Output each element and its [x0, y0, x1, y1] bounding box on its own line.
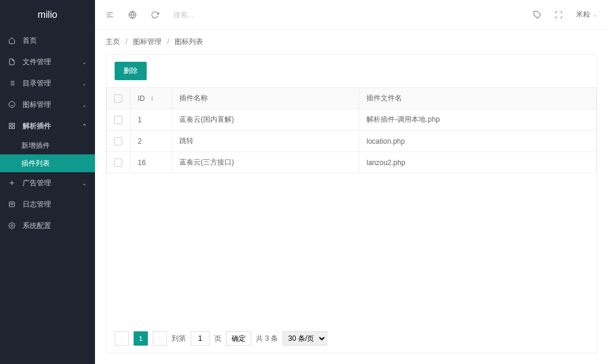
- sidebar-item-label: 解析插件: [23, 121, 82, 131]
- cell-name: 蓝奏云(国内直解): [172, 109, 359, 131]
- user-name-label: 米粒: [576, 10, 590, 20]
- breadcrumb-sep: /: [167, 37, 169, 46]
- home-icon: [8, 37, 17, 44]
- sidebar-item-label: 首页: [23, 36, 87, 46]
- sidebar-item-plugin[interactable]: 解析插件 ⌃: [0, 115, 95, 137]
- cell-file: lanzou2.php: [359, 152, 597, 173]
- chevron-down-icon: ⌄: [82, 102, 87, 108]
- col-file: 插件文件名: [359, 88, 597, 109]
- sidebar-item-icon-mgmt[interactable]: 图标管理 ⌄: [0, 94, 95, 115]
- sidebar-subitem-new-plugin[interactable]: 新增插件: [0, 137, 95, 154]
- sidebar-item-ads[interactable]: 广告管理 ⌄: [0, 172, 95, 194]
- chevron-down-icon: ⌄: [82, 80, 87, 87]
- topbar: 米粒 ⌄: [95, 0, 608, 30]
- gear-icon: [8, 222, 17, 229]
- jump-label: 到第: [172, 334, 186, 344]
- row-checkbox[interactable]: [114, 137, 122, 145]
- col-file-label: 插件文件名: [366, 94, 402, 102]
- topbar-left: [106, 8, 245, 21]
- jump-page-input[interactable]: [191, 331, 210, 346]
- plus-icon: [8, 179, 17, 186]
- cell-name: 蓝奏云(三方接口): [172, 152, 359, 173]
- chevron-down-icon: ⌄: [82, 59, 87, 65]
- cell-file: 解析插件-调用本地.php: [359, 109, 597, 131]
- page-size-select[interactable]: 30 条/页: [283, 331, 327, 346]
- sidebar-item-file[interactable]: 文件管理 ⌄: [0, 51, 95, 72]
- col-id[interactable]: ID ▲▼: [131, 88, 172, 109]
- chevron-down-icon: ⌄: [593, 11, 597, 18]
- sidebar-item-label: 图标管理: [23, 100, 82, 110]
- table-row[interactable]: 1 蓝奏云(国内直解) 解析插件-调用本地.php: [107, 109, 597, 131]
- col-id-label: ID: [138, 94, 145, 103]
- pagination: ‹ 1 › 到第 页 确定 共 3 条 30 条/页: [106, 324, 597, 353]
- log-icon: [8, 201, 17, 208]
- breadcrumb: 主页 / 图标管理 / 图标列表: [95, 30, 608, 54]
- fullscreen-icon[interactable]: [555, 11, 563, 19]
- col-name-label: 插件名称: [179, 94, 208, 102]
- select-all-checkbox[interactable]: [114, 94, 122, 103]
- refresh-icon[interactable]: [151, 11, 159, 19]
- sidebar-item-label: 文件管理: [23, 57, 82, 67]
- total-label: 共 3 条: [256, 334, 278, 344]
- col-checkbox: [107, 88, 131, 109]
- sidebar-item-system[interactable]: 系统配置: [0, 215, 95, 236]
- prev-page-button[interactable]: ‹: [115, 331, 129, 346]
- sidebar: milio 首页 文件管理 ⌄ 目录管理 ⌄ 图标管理 ⌄: [0, 0, 95, 364]
- cell-id: 1: [131, 109, 172, 131]
- menu-toggle-icon[interactable]: [106, 11, 114, 19]
- face-icon: [8, 101, 17, 108]
- sidebar-item-label: 系统配置: [23, 221, 87, 231]
- table-row[interactable]: 2 跳转 location.php: [107, 131, 597, 152]
- sidebar-subitem-label: 插件列表: [21, 159, 50, 169]
- svg-rect-10: [12, 124, 15, 126]
- svg-point-6: [9, 102, 15, 107]
- nav: 首页 文件管理 ⌄ 目录管理 ⌄ 图标管理 ⌄ 解析插件 ⌃: [0, 30, 95, 364]
- topbar-right: 米粒 ⌄: [533, 10, 597, 20]
- sidebar-item-directory[interactable]: 目录管理 ⌄: [0, 72, 95, 94]
- file-icon: [8, 58, 17, 65]
- main: 米粒 ⌄ 主页 / 图标管理 / 图标列表 删除 ID: [95, 0, 608, 364]
- svg-rect-12: [10, 126, 12, 129]
- sidebar-item-label: 广告管理: [23, 178, 82, 188]
- breadcrumb-section[interactable]: 图标管理: [133, 37, 162, 46]
- table-row[interactable]: 16 蓝奏云(三方接口) lanzou2.php: [107, 152, 597, 173]
- next-page-button[interactable]: ›: [153, 331, 167, 346]
- content-panel: 删除 ID ▲▼ 插件名称 插件文件名: [106, 54, 597, 353]
- tag-icon[interactable]: [533, 11, 542, 19]
- brand-logo: milio: [0, 0, 95, 30]
- sidebar-subitem-plugin-list[interactable]: 插件列表: [0, 154, 95, 172]
- content-header: 删除: [106, 55, 597, 87]
- sidebar-subitem-label: 新增插件: [21, 141, 50, 151]
- delete-button[interactable]: 删除: [115, 62, 147, 80]
- table-header-row: ID ▲▼ 插件名称 插件文件名: [107, 88, 597, 109]
- list-icon: [8, 80, 17, 87]
- breadcrumb-sep: /: [125, 37, 127, 46]
- data-table: ID ▲▼ 插件名称 插件文件名 1 蓝奏云(国内直解) 解析插件-调用本地.p…: [106, 87, 597, 173]
- sidebar-item-label: 目录管理: [23, 78, 82, 88]
- plugin-icon: [8, 122, 17, 129]
- svg-rect-9: [10, 124, 12, 126]
- globe-icon[interactable]: [128, 11, 137, 19]
- sidebar-item-home[interactable]: 首页: [0, 30, 95, 51]
- cell-id: 2: [131, 131, 172, 152]
- chevron-down-icon: ⌄: [82, 180, 87, 186]
- cell-file: location.php: [359, 131, 597, 152]
- sidebar-item-label: 日志管理: [23, 200, 87, 210]
- search-input[interactable]: [173, 8, 245, 21]
- sort-icon: ▲▼: [150, 96, 154, 102]
- jump-confirm-button[interactable]: 确定: [226, 331, 251, 346]
- svg-point-18: [11, 225, 13, 227]
- page-unit-label: 页: [214, 334, 221, 344]
- page-number-button[interactable]: 1: [134, 331, 148, 346]
- svg-rect-11: [12, 126, 15, 129]
- sidebar-item-logs[interactable]: 日志管理: [0, 194, 95, 215]
- user-menu[interactable]: 米粒 ⌄: [576, 10, 597, 20]
- row-checkbox[interactable]: [114, 159, 122, 167]
- chevron-up-icon: ⌃: [82, 123, 87, 129]
- cell-id: 16: [131, 152, 172, 173]
- col-name: 插件名称: [172, 88, 359, 109]
- cell-name: 跳转: [172, 131, 359, 152]
- breadcrumb-home[interactable]: 主页: [106, 37, 120, 46]
- breadcrumb-page: 图标列表: [175, 37, 203, 46]
- row-checkbox[interactable]: [114, 116, 122, 124]
